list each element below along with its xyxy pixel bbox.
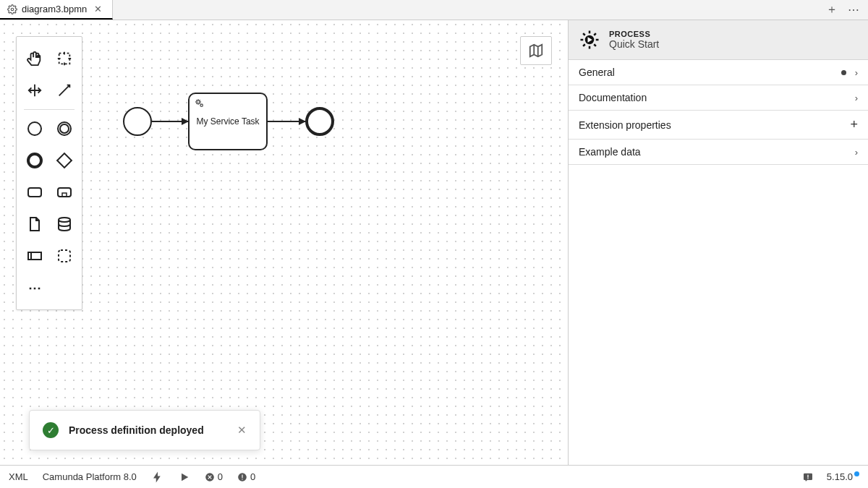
svg-rect-7 <box>28 188 41 197</box>
element-type-label: PROCESS <box>609 30 659 38</box>
process-icon <box>579 29 600 51</box>
data-object-tool-icon[interactable] <box>23 213 46 236</box>
group-tool-icon[interactable] <box>53 244 76 267</box>
toast-message: Process definition deployed <box>69 424 227 436</box>
chevron-right-icon: › <box>855 93 858 103</box>
canvas[interactable]: ⋯ My Service Task ✓ Process definition d… <box>0 20 568 465</box>
start-event-tool-icon[interactable] <box>23 117 46 140</box>
end-event[interactable] <box>305 107 334 136</box>
svg-rect-22 <box>242 479 242 479</box>
service-task-gear-icon <box>194 98 205 109</box>
start-event[interactable] <box>123 107 152 136</box>
close-icon[interactable]: ✕ <box>237 424 247 437</box>
error-count[interactable]: 0 <box>205 471 223 482</box>
tab-active[interactable]: diagram3.bpmn ✕ <box>0 0 113 20</box>
svg-rect-9 <box>62 193 67 197</box>
end-event-tool-icon[interactable] <box>23 149 46 172</box>
task-label: My Service Task <box>196 116 259 127</box>
tab-bar: diagram3.bpmn ✕ ＋ ⋯ <box>0 0 868 20</box>
more-tools-icon[interactable]: ⋯ <box>23 276 46 299</box>
section-documentation[interactable]: Documentation › <box>569 85 868 111</box>
data-store-tool-icon[interactable] <box>53 213 76 236</box>
minimap-toggle[interactable] <box>520 36 552 65</box>
sequence-flow[interactable] <box>268 121 305 122</box>
status-bar: XML Camunda Platform 8.0 0 0 5.15.0 <box>0 465 868 488</box>
indicator-dot-icon <box>841 70 846 75</box>
more-menu-icon[interactable]: ⋯ <box>848 3 859 17</box>
success-icon: ✓ <box>43 422 59 438</box>
svg-rect-21 <box>242 474 242 478</box>
section-example-data[interactable]: Example data › <box>569 140 868 165</box>
svg-point-4 <box>60 124 69 133</box>
tool-palette: ⋯ <box>16 36 82 310</box>
svg-point-5 <box>28 154 41 167</box>
intermediate-event-tool-icon[interactable] <box>53 117 76 140</box>
participant-tool-icon[interactable] <box>23 244 46 267</box>
chevron-right-icon: › <box>855 147 858 158</box>
svg-point-10 <box>59 218 70 222</box>
connect-tool-icon[interactable] <box>53 79 76 102</box>
properties-header: PROCESS Quick Start <box>569 20 868 60</box>
task-tool-icon[interactable] <box>23 181 46 204</box>
lasso-tool-icon[interactable] <box>53 47 76 70</box>
service-task[interactable]: My Service Task <box>188 93 268 150</box>
tab-title: diagram3.bpmn <box>22 4 87 14</box>
chevron-right-icon: › <box>855 67 858 78</box>
svg-point-15 <box>200 104 203 106</box>
subprocess-tool-icon[interactable] <box>53 181 76 204</box>
svg-rect-24 <box>807 474 808 477</box>
space-tool-icon[interactable] <box>23 79 46 102</box>
svg-rect-8 <box>58 188 71 197</box>
svg-point-2 <box>28 122 41 135</box>
gear-icon <box>7 4 17 14</box>
warning-count[interactable]: 0 <box>237 471 255 482</box>
section-extension-properties[interactable]: Extension properties + <box>569 111 868 140</box>
new-tab-button[interactable]: ＋ <box>826 2 838 17</box>
close-icon[interactable]: ✕ <box>91 4 105 14</box>
gateway-tool-icon[interactable] <box>53 149 76 172</box>
deploy-icon[interactable] <box>151 471 164 484</box>
toast-notification: ✓ Process definition deployed ✕ <box>29 410 260 450</box>
platform-label[interactable]: Camunda Platform 8.0 <box>43 471 137 482</box>
properties-panel: PROCESS Quick Start General › Documentat… <box>568 20 868 465</box>
svg-rect-25 <box>807 478 808 479</box>
sequence-flow[interactable] <box>152 121 188 122</box>
xml-toggle[interactable]: XML <box>9 471 28 482</box>
element-name: Quick Start <box>609 38 659 50</box>
svg-rect-1 <box>59 53 69 64</box>
svg-rect-11 <box>28 252 41 260</box>
plus-icon[interactable]: + <box>850 117 858 132</box>
update-dot-icon <box>854 471 859 476</box>
svg-point-14 <box>197 100 200 103</box>
section-general[interactable]: General › <box>569 60 868 85</box>
svg-rect-6 <box>57 153 72 168</box>
hand-tool-icon[interactable] <box>23 47 46 70</box>
run-icon[interactable] <box>179 471 190 483</box>
svg-marker-18 <box>182 473 188 481</box>
svg-rect-13 <box>59 250 70 262</box>
version-label[interactable]: 5.15.0 <box>827 471 859 482</box>
feedback-icon[interactable] <box>802 471 814 483</box>
svg-point-0 <box>11 8 14 11</box>
